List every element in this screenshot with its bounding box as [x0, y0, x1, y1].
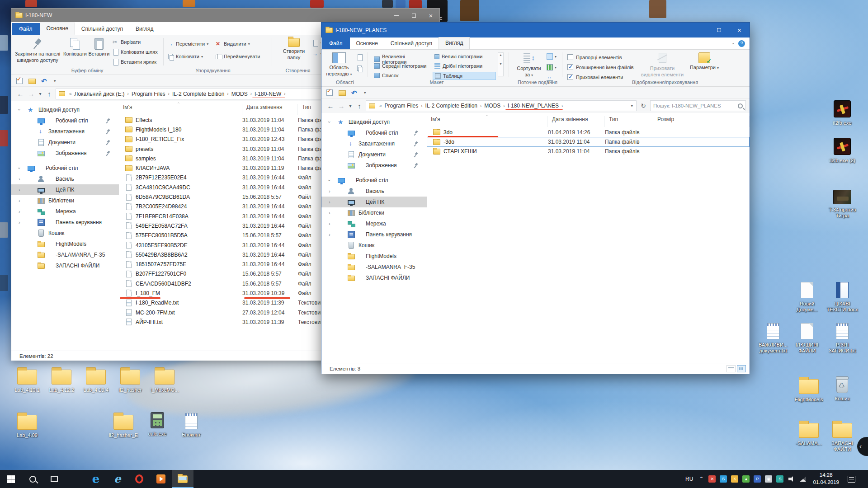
column-header-name[interactable]: Ім'я: [119, 104, 242, 115]
tab-file[interactable]: Файл: [12, 23, 40, 35]
taskbar-opera-button[interactable]: [128, 470, 150, 488]
paste-button[interactable]: Вставити: [88, 37, 110, 57]
address-box[interactable]: « Program Files › IL-2 Complete Edition …: [366, 100, 637, 111]
cut-off-icon[interactable]: [0, 35, 8, 51]
sidebar-item[interactable]: Завантаження: [321, 138, 427, 149]
copy-to-button[interactable]: Копіювати▾: [168, 53, 203, 60]
sidebar-item[interactable]: Цей ПК: [321, 197, 427, 207]
options-button[interactable]: Параметри ▾: [689, 52, 720, 71]
sort-by-button[interactable]: Сортувати за ▾: [514, 52, 544, 78]
history-dropdown-icon[interactable]: ▾: [348, 103, 353, 108]
minimize-button[interactable]: [689, 23, 709, 38]
file-row[interactable]: СТАРІ ХЕШИ 31.03.2019 11:04 Папка файлів: [427, 147, 750, 156]
sidebar-item[interactable]: -SALAMANRA_F-35: [11, 249, 119, 260]
column-header-type[interactable]: Тип: [605, 116, 653, 127]
volume-icon[interactable]: [788, 476, 795, 482]
refresh-icon[interactable]: ↻: [638, 102, 648, 109]
view-option[interactable]: Дрібні піктограми: [433, 62, 496, 70]
cut-off-icon[interactable]: [0, 222, 8, 238]
tab-file[interactable]: Файл: [322, 38, 350, 49]
file-row[interactable]: -3do 31.03.2019 11:04 Папка файлів: [427, 137, 750, 146]
close-button[interactable]: ×: [729, 23, 750, 38]
tray-app-icon[interactable]: S: [776, 475, 783, 483]
sidebar-item[interactable]: Завантаження: [11, 126, 119, 137]
pin-to-quick-access-button[interactable]: Закріпити на панелі швидкого доступу: [14, 37, 61, 64]
breadcrumb-item[interactable]: Program Files: [383, 102, 420, 110]
file-row[interactable]: 3do 01.04.2019 14:26 Папка файлів: [427, 127, 750, 137]
column-header-size[interactable]: Розмір: [653, 116, 750, 127]
tab-home[interactable]: Основне: [350, 38, 384, 49]
tree-chevron-icon[interactable]: [19, 220, 23, 225]
desktop-icon[interactable]: ВАЖЛИВИ... документ.txt: [755, 322, 791, 354]
desktop-icon[interactable]: ЗАПАСНІ ФАЙЛИ: [825, 420, 860, 452]
column-header-date[interactable]: Дата змінення: [548, 116, 605, 127]
delete-button[interactable]: Видалити▾: [216, 41, 250, 47]
tree-chevron-icon[interactable]: [329, 119, 333, 125]
copy-button[interactable]: Копіювати: [63, 37, 87, 57]
tree-chevron-icon[interactable]: [19, 107, 23, 113]
ribbon-checkbox[interactable]: Приховані елементи: [567, 74, 623, 80]
taskbar-search-button[interactable]: [22, 470, 43, 488]
taskbar-media-button[interactable]: [150, 470, 172, 488]
tray-app-icon[interactable]: ◉: [765, 475, 772, 483]
cut-off-icon[interactable]: [0, 275, 8, 291]
column-header-date[interactable]: Дата змінення: [242, 104, 298, 115]
forward-button[interactable]: →: [337, 102, 346, 110]
view-option[interactable]: Список: [372, 72, 430, 79]
tree-chevron-icon[interactable]: [329, 199, 333, 205]
sidebar-item[interactable]: Документи: [321, 149, 427, 160]
sidebar-item[interactable]: ЗАПАСНІ ФАЙЛИ: [11, 260, 119, 271]
tree-chevron-icon[interactable]: [19, 176, 23, 182]
sidebar-item[interactable]: Робочий стіл: [321, 175, 427, 186]
desktop-icon[interactable]: Lab_4.12.2: [44, 367, 79, 393]
tab-share[interactable]: Спільний доступ: [384, 38, 439, 49]
desktop-shortcut-icon[interactable]: [396, 0, 406, 8]
tab-share[interactable]: Спільний доступ: [75, 23, 129, 35]
sidebar-item[interactable]: Документи: [11, 137, 119, 148]
undo-icon[interactable]: ↶: [351, 89, 359, 96]
navigation-pane-button[interactable]: Область переходів ▾: [324, 52, 354, 77]
customize-qat-icon[interactable]: ▾: [54, 79, 56, 83]
cut-off-icon[interactable]: [0, 96, 8, 114]
paste-shortcut-button[interactable]: Вставити ярлик: [113, 59, 156, 65]
sidebar-item[interactable]: Панель керування: [11, 217, 119, 228]
desktop-shortcut-icon[interactable]: [460, 0, 479, 21]
breadcrumb-item[interactable]: IL-2 Complete Edition: [424, 102, 479, 110]
tree-chevron-icon[interactable]: [19, 209, 23, 214]
tab-view[interactable]: Вигляд: [439, 37, 470, 49]
desktop-icon[interactable]: Lab_4.10.1: [9, 367, 45, 393]
desktop-icon[interactable]: ІЛЮШИНІ ФАЙЛИ: [789, 322, 825, 354]
hide-selected-button[interactable]: Приховати виділені елементи: [641, 52, 684, 78]
customize-qat-icon[interactable]: ▾: [364, 90, 366, 95]
rename-button[interactable]: Перейменувати: [216, 53, 260, 60]
desktop-shortcut-icon[interactable]: [183, 0, 195, 7]
forward-button[interactable]: →: [27, 90, 36, 98]
sidebar-item[interactable]: Кошик: [11, 228, 119, 239]
sidebar-item[interactable]: Василь: [321, 186, 427, 197]
tree-chevron-icon[interactable]: [329, 178, 333, 183]
sidebar-item[interactable]: Цей ПК: [11, 184, 119, 195]
sidebar-item[interactable]: FlightModels: [321, 251, 427, 262]
taskbar-explorer-button[interactable]: [172, 470, 193, 488]
desktop-shortcut-icon[interactable]: [310, 0, 324, 8]
tab-view[interactable]: Вигляд: [129, 23, 160, 35]
taskbar-clock[interactable]: 14:28 01.04.2019: [811, 472, 841, 486]
desktop-icon[interactable]: ЦІКАВІ ТЕКСТИ.docx: [825, 281, 860, 313]
sidebar-item[interactable]: Швидкий доступ: [11, 104, 119, 115]
sidebar-item[interactable]: Бібліотеки: [321, 207, 427, 218]
details-pane-button[interactable]: [357, 65, 363, 71]
taskbar-ie-button[interactable]: e: [107, 470, 128, 488]
desktop-icon[interactable]: Т-34 против Тигра: [825, 190, 860, 219]
sidebar-item[interactable]: Василь: [11, 174, 119, 184]
desktop-icon[interactable]: Lab_4.13.4: [78, 367, 113, 393]
ribbon-checkbox[interactable]: Прапорці елементів: [567, 54, 622, 60]
close-button[interactable]: ×: [422, 9, 439, 22]
desktop-shortcut-icon[interactable]: [649, 0, 666, 18]
tray-app-icon[interactable]: К: [731, 475, 738, 483]
view-option[interactable]: Середні піктограми: [372, 62, 430, 70]
tree-chevron-icon[interactable]: [329, 221, 333, 226]
preview-pane-button[interactable]: [357, 54, 363, 61]
checkbox-icon[interactable]: [567, 64, 573, 70]
sidebar-item[interactable]: Робочий стіл: [11, 115, 119, 126]
breadcrumb-item[interactable]: I-180-NEW_PLANES: [506, 102, 560, 110]
